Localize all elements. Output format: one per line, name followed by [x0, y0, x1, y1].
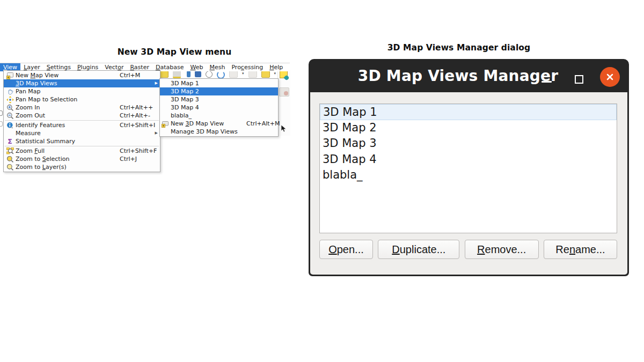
dropdown-caret-icon[interactable]: ▾ — [274, 71, 276, 77]
submenu-item-3d-map-3[interactable]: 3D Map 3 — [160, 95, 278, 104]
submenu-arrow-icon: ▶ — [155, 82, 158, 85]
list-item-3d-map-3[interactable]: 3D Map 3 — [320, 136, 617, 152]
screenshot-canvas: New 3D Map View menu 3D Map Views Manage… — [0, 0, 644, 362]
menu-item-zoom-full[interactable]: Zoom Full Ctrl+Shift+F — [4, 147, 160, 155]
blank-icon-slot — [161, 96, 170, 104]
list-item-3d-map-1[interactable]: 3D Map 1 — [320, 104, 617, 120]
menu-item-new-map-view[interactable]: New Map View Ctrl+M — [4, 71, 160, 79]
menu-item-identify-features[interactable]: Identify Features Ctrl+Shift+I — [4, 121, 160, 129]
menu-item-label: Zoom to Layer(s) — [14, 164, 67, 171]
3d-map-views-manager-dialog: 3D Map Views Manager 3D Map 1 3D Map 2 3… — [309, 59, 629, 276]
view-menu-dropdown: New Map View Ctrl+M 3D Map Views ▶ Pan M… — [3, 70, 160, 172]
blank-icon-slot — [161, 112, 170, 120]
menu-item-label: Zoom Full — [14, 147, 45, 154]
dialog-titlebar[interactable]: 3D Map Views Manager — [310, 59, 627, 92]
close-button[interactable] — [600, 67, 620, 87]
new-3d-map-view-icon — [161, 120, 170, 128]
menu-item-shortcut: Ctrl+M — [120, 72, 140, 79]
submenu-item-3d-map-2[interactable]: 3D Map 2 — [160, 87, 278, 95]
menu-item-zoom-to-selection[interactable]: Zoom to Selection Ctrl+J — [4, 155, 160, 163]
map-theme-icon[interactable] — [159, 71, 169, 78]
menu-item-label: 3D Map Views — [14, 80, 57, 87]
menu-item-label: Pan Map — [14, 88, 41, 95]
submenu-item-manage-3d-map-views[interactable]: Manage 3D Map Views — [160, 128, 278, 136]
menu-item-shortcut: Ctrl+J — [120, 156, 137, 162]
map-views-list[interactable]: 3D Map 1 3D Map 2 3D Map 3 3D Map 4 blab… — [319, 104, 617, 233]
pan-map-icon — [5, 88, 14, 95]
submenu-item-label: 3D Map 1 — [170, 80, 199, 87]
menu-item-label: Zoom to Selection — [14, 156, 69, 162]
menubar-item-web[interactable]: Web — [187, 63, 206, 71]
menubar-item-processing[interactable]: Processing — [228, 63, 266, 71]
menu-separator — [5, 120, 159, 121]
menu-item-3d-map-views[interactable]: 3D Map Views ▶ — [4, 79, 160, 87]
dropdown-caret-icon[interactable]: ▾ — [242, 71, 244, 77]
menubar-item-mesh[interactable]: Mesh — [206, 63, 228, 71]
menubar-item-help[interactable]: Help — [266, 63, 286, 71]
menu-item-shortcut: Ctrl+Alt++ — [120, 104, 153, 111]
menu-item-label: Pan Map to Selection — [14, 96, 77, 103]
menu-item-zoom-to-layers[interactable]: Zoom to Layer(s) — [4, 163, 160, 171]
zoom-to-layers-icon — [5, 164, 14, 171]
submenu-arrow-icon: ▶ — [155, 131, 158, 135]
pan-to-selection-icon — [5, 96, 14, 104]
blank-icon-slot — [161, 80, 170, 87]
menu-item-shortcut: Ctrl+Alt+- — [120, 112, 150, 119]
menu-item-shortcut: Ctrl+Shift+I — [120, 122, 155, 129]
submenu-item-blabla[interactable]: blabla_ — [160, 112, 278, 120]
open-button[interactable]: Open... — [319, 240, 373, 259]
menu-item-label: Statistical Summary — [14, 138, 75, 145]
zoom-full-icon — [5, 147, 14, 155]
menu-separator — [5, 146, 159, 146]
dialog-caption: 3D Map Views Manager dialog — [354, 43, 564, 53]
new-layer-icon[interactable] — [261, 71, 270, 78]
menu-item-measure[interactable]: Measure ▶ — [4, 129, 160, 137]
clock-icon[interactable] — [206, 71, 213, 78]
menu-item-label: New Map View — [14, 72, 58, 79]
3d-map-views-submenu: 3D Map 1 3D Map 2 3D Map 3 3D Map 4 blab… — [159, 78, 279, 137]
dialog-title: 3D Map Views Manager — [358, 67, 559, 85]
refresh-icon[interactable] — [217, 71, 225, 78]
blank-icon-slot — [161, 104, 170, 112]
submenu-item-3d-map-4[interactable]: 3D Map 4 — [160, 104, 278, 112]
minimize-button[interactable] — [541, 81, 552, 83]
new-map-view-icon — [5, 72, 14, 79]
bookmark-icon[interactable] — [195, 71, 201, 77]
maximize-button[interactable] — [575, 75, 583, 84]
submenu-item-label: 3D Map 2 — [170, 88, 199, 95]
menu-item-statistical-summary[interactable]: Σ Statistical Summary — [4, 137, 160, 145]
remove-button[interactable]: Remove... — [465, 240, 539, 259]
mouse-cursor-icon — [281, 124, 287, 135]
sigma-glyph: Σ — [8, 138, 12, 145]
menu-item-zoom-in[interactable]: Zoom In Ctrl+Alt++ — [4, 104, 160, 112]
submenu-item-label: 3D Map 4 — [170, 104, 199, 111]
terrain-icon[interactable] — [173, 71, 181, 78]
menu-item-zoom-out[interactable]: Zoom Out Ctrl+Alt+- — [4, 112, 160, 120]
menu-caption: New 3D Map View menu — [59, 47, 290, 57]
close-icon — [606, 73, 614, 81]
rename-button[interactable]: Rename... — [544, 240, 617, 259]
blank-icon-slot — [161, 88, 170, 95]
left-edge-fragment — [0, 110, 3, 116]
duplicate-button[interactable]: Duplicate... — [378, 240, 459, 259]
menu-item-label: Zoom In — [14, 104, 40, 111]
submenu-item-new-3d-map-view[interactable]: New 3D Map View Ctrl+Alt+M — [160, 120, 278, 128]
menu-item-pan-map[interactable]: Pan Map — [4, 87, 160, 95]
statistics-panel-icon[interactable] — [187, 71, 191, 77]
zoom-in-icon — [5, 104, 14, 112]
submenu-item-shortcut: Ctrl+Alt+M — [246, 120, 280, 127]
list-item-blabla[interactable]: blabla_ — [320, 167, 617, 183]
blank-icon-slot — [5, 130, 14, 137]
zoom-out-icon — [5, 112, 14, 120]
submenu-item-3d-map-1[interactable]: 3D Map 1 — [160, 79, 278, 87]
georeferencer-icon-disabled — [279, 87, 289, 97]
dialog-button-row: Open... Duplicate... Remove... Rename... — [319, 240, 617, 259]
blank-icon-slot — [161, 128, 170, 136]
menu-item-pan-map-to-selection[interactable]: Pan Map to Selection — [4, 95, 160, 104]
list-item-3d-map-2[interactable]: 3D Map 2 — [320, 120, 617, 136]
deselect-tool-icon-disabled[interactable] — [248, 71, 257, 78]
statistical-summary-icon: Σ — [5, 138, 14, 145]
submenu-item-label: Manage 3D Map Views — [170, 128, 238, 135]
select-tool-icon-disabled[interactable] — [229, 71, 238, 78]
list-item-3d-map-4[interactable]: 3D Map 4 — [320, 152, 617, 168]
